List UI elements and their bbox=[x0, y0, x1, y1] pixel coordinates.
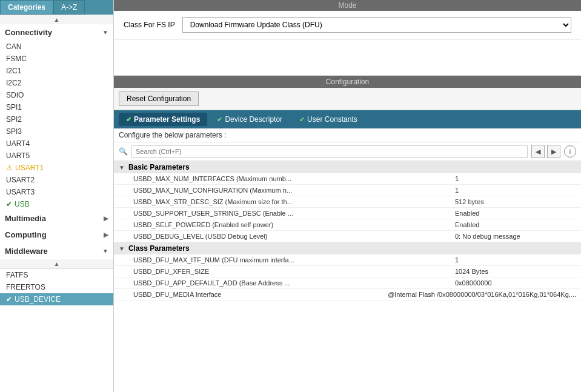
sidebar-item-fatfs[interactable]: FATFS bbox=[0, 269, 113, 281]
tab-device-label: Device Descriptor bbox=[225, 115, 282, 124]
sidebar-item-uart4[interactable]: UART4 bbox=[0, 138, 113, 150]
param-row-debug-level[interactable]: USBD_DEBUG_LEVEL (USBD Debug Level) 0: N… bbox=[114, 231, 581, 242]
param-value-support-user-string: Enabled bbox=[455, 210, 576, 217]
tab-user-label: User Constants bbox=[307, 115, 357, 124]
config-toolbar: Reset Configuration bbox=[114, 88, 581, 110]
section-header-connectivity[interactable]: Connectivity ▼ bbox=[0, 24, 113, 41]
computing-arrow: ▶ bbox=[104, 231, 108, 238]
tab-az[interactable]: A->Z bbox=[53, 0, 85, 15]
param-row-support-user-string[interactable]: USBD_SUPPORT_USER_STRING_DESC (Enable ..… bbox=[114, 208, 581, 219]
tab-parameter-label: Parameter Settings bbox=[134, 115, 200, 124]
sidebar-item-usb[interactable]: ✔USB bbox=[0, 198, 113, 210]
section-header-computing[interactable]: Computing ▶ bbox=[0, 227, 113, 243]
section-class-parameters[interactable]: ▼ Class Parameters bbox=[114, 242, 581, 254]
sidebar-item-i2c1[interactable]: I2C1 bbox=[0, 65, 113, 77]
tabs-bar: ✔ Parameter Settings ✔ Device Descriptor… bbox=[114, 110, 581, 128]
basic-parameters-label: Basic Parameters bbox=[128, 163, 190, 171]
param-row-dfu-app-default[interactable]: USBD_DFU_APP_DEFAULT_ADD (Base Address .… bbox=[114, 277, 581, 289]
sidebar-item-spi2[interactable]: SPI2 bbox=[0, 113, 113, 125]
middleware-arrow: ▼ bbox=[102, 248, 108, 254]
param-value-debug-level: 0: No debug message bbox=[455, 233, 576, 240]
section-header-middleware[interactable]: Middleware ▼ bbox=[0, 243, 113, 259]
class-for-fs-select[interactable]: Download Firmware Update Class (DFU) Aud… bbox=[182, 17, 571, 33]
sidebar-item-spi1[interactable]: SPI1 bbox=[0, 101, 113, 113]
search-input[interactable] bbox=[131, 145, 528, 158]
mode-label: Mode bbox=[338, 1, 356, 10]
section-basic-parameters[interactable]: ▼ Basic Parameters bbox=[114, 161, 581, 173]
tab-categories[interactable]: Categories bbox=[0, 0, 53, 15]
sidebar-item-freertos[interactable]: FREERTOS bbox=[0, 281, 113, 293]
sidebar-item-usb-device[interactable]: ✔USB_DEVICE bbox=[0, 293, 113, 305]
reset-config-button[interactable]: Reset Configuration bbox=[119, 91, 199, 106]
sidebar-item-sdio[interactable]: SDIO bbox=[0, 89, 113, 101]
sidebar-content: ▲ Connectivity ▼ CAN FSMC I2C1 I2C2 SDIO… bbox=[0, 15, 113, 392]
sidebar-item-usart1[interactable]: ⚠USART1 bbox=[0, 162, 113, 174]
param-row-max-num-config[interactable]: USBD_MAX_NUM_CONFIGURATION (Maximum n...… bbox=[114, 185, 581, 196]
param-value-max-num-config: 1 bbox=[455, 187, 576, 194]
sidebar-item-spi3[interactable]: SPI3 bbox=[0, 125, 113, 138]
param-value-dfu-app-default: 0x08000000 bbox=[455, 279, 576, 287]
param-name-max-str-desc: USBD_MAX_STR_DESC_SIZ (Maximum size for … bbox=[133, 198, 455, 205]
config-label: Configuration bbox=[326, 78, 369, 86]
prev-arrow[interactable]: ◀ bbox=[531, 145, 545, 158]
param-value-self-powered: Enabled bbox=[455, 221, 576, 228]
param-row-self-powered[interactable]: USBD_SELF_POWERED (Enabled self power) E… bbox=[114, 219, 581, 231]
tab-user-constants[interactable]: ✔ User Constants bbox=[292, 113, 365, 126]
sidebar-item-i2c2[interactable]: I2C2 bbox=[0, 77, 113, 89]
param-row-max-str-desc[interactable]: USBD_MAX_STR_DESC_SIZ (Maximum size for … bbox=[114, 196, 581, 208]
sidebar-item-usart3[interactable]: USART3 bbox=[0, 186, 113, 198]
param-name-dfu-media: USBD_DFU_MEDIA Interface bbox=[133, 291, 388, 298]
nav-arrows: ◀ ▶ bbox=[531, 145, 560, 158]
check-icon-user: ✔ bbox=[299, 116, 305, 124]
scroll-mid-btn[interactable]: ▲ bbox=[0, 259, 113, 269]
success-icon-usb-device: ✔ bbox=[6, 295, 12, 304]
success-icon-usb: ✔ bbox=[6, 200, 12, 208]
connectivity-arrow: ▼ bbox=[102, 29, 108, 36]
scroll-up-btn[interactable]: ▲ bbox=[0, 15, 113, 24]
spacer bbox=[114, 39, 581, 76]
class-for-fs-row: Class For FS IP Download Firmware Update… bbox=[114, 11, 581, 39]
check-icon-device: ✔ bbox=[217, 116, 222, 124]
info-icon[interactable]: i bbox=[564, 145, 576, 158]
collapse-arrow-basic: ▼ bbox=[119, 164, 125, 171]
param-name-max-num-interfaces: USBD_MAX_NUM_INTERFACES (Maximum numb... bbox=[133, 175, 455, 182]
connectivity-label: Connectivity bbox=[5, 28, 52, 37]
multimedia-arrow: ▶ bbox=[104, 215, 108, 222]
main-content: Mode Class For FS IP Download Firmware U… bbox=[114, 0, 581, 392]
middleware-label: Middleware bbox=[5, 247, 48, 256]
tab-device-descriptor[interactable]: ✔ Device Descriptor bbox=[210, 113, 290, 126]
search-icon: 🔍 bbox=[119, 147, 128, 156]
param-row-dfu-max-itf[interactable]: USBD_DFU_MAX_ITF_NUM (DFU maximum interf… bbox=[114, 254, 581, 266]
config-header: Configuration bbox=[114, 76, 581, 88]
sidebar-tabs: Categories A->Z bbox=[0, 0, 113, 15]
param-value-max-str-desc: 512 bytes bbox=[455, 198, 576, 205]
param-name-dfu-max-itf: USBD_DFU_MAX_ITF_NUM (DFU maximum interf… bbox=[133, 256, 455, 264]
param-name-dfu-app-default: USBD_DFU_APP_DEFAULT_ADD (Base Address .… bbox=[133, 279, 455, 287]
multimedia-label: Multimedia bbox=[5, 214, 46, 223]
configure-label: Configure the below parameters : bbox=[114, 128, 581, 142]
sidebar-item-can[interactable]: CAN bbox=[0, 41, 113, 53]
class-parameters-label: Class Parameters bbox=[128, 244, 190, 253]
param-name-max-num-config: USBD_MAX_NUM_CONFIGURATION (Maximum n... bbox=[133, 187, 455, 194]
param-value-dfu-xfer-size: 1024 Bytes bbox=[455, 268, 576, 275]
param-row-dfu-media[interactable]: USBD_DFU_MEDIA Interface @Internal Flash… bbox=[114, 289, 581, 301]
next-arrow[interactable]: ▶ bbox=[547, 145, 560, 158]
warning-icon: ⚠ bbox=[6, 164, 13, 172]
collapse-arrow-class: ▼ bbox=[119, 245, 125, 252]
sidebar-item-fsmc[interactable]: FSMC bbox=[0, 53, 113, 65]
class-for-fs-label: Class For FS IP bbox=[124, 21, 175, 29]
param-value-dfu-media: @Internal Flash /0x08000000/03*016Ka,01*… bbox=[388, 291, 576, 298]
param-name-self-powered: USBD_SELF_POWERED (Enabled self power) bbox=[133, 221, 455, 228]
param-row-max-num-interfaces[interactable]: USBD_MAX_NUM_INTERFACES (Maximum numb...… bbox=[114, 173, 581, 185]
param-name-support-user-string: USBD_SUPPORT_USER_STRING_DESC (Enable ..… bbox=[133, 210, 455, 217]
sidebar-item-uart5[interactable]: UART5 bbox=[0, 150, 113, 162]
param-value-max-num-interfaces: 1 bbox=[455, 175, 576, 182]
param-value-dfu-max-itf: 1 bbox=[455, 256, 576, 264]
check-icon-parameter: ✔ bbox=[126, 116, 131, 124]
sidebar-item-usart2[interactable]: USART2 bbox=[0, 174, 113, 186]
param-row-dfu-xfer-size[interactable]: USBD_DFU_XFER_SIZE 1024 Bytes bbox=[114, 266, 581, 277]
mode-bar: Mode bbox=[114, 0, 581, 11]
tab-parameter-settings[interactable]: ✔ Parameter Settings bbox=[119, 113, 207, 126]
computing-label: Computing bbox=[5, 230, 47, 239]
section-header-multimedia[interactable]: Multimedia ▶ bbox=[0, 210, 113, 227]
